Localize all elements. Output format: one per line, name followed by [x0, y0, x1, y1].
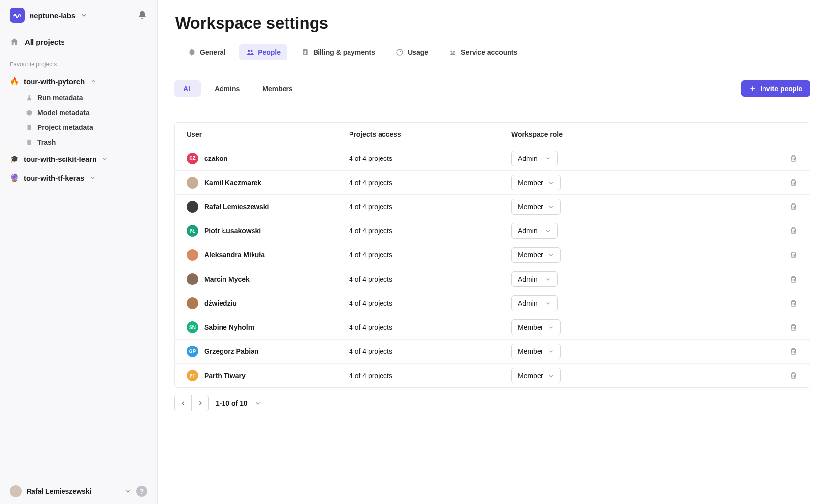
tab-service[interactable]: Service accounts [442, 44, 524, 60]
sidebar-sub-project-metadata[interactable]: Project metadata [0, 120, 157, 135]
sidebar-project-tour-with-pytorch[interactable]: 🔥tour-with-pytorch [0, 72, 157, 91]
role-dropdown[interactable]: Member [511, 344, 561, 359]
sidebar-sub-run-metadata[interactable]: Run metadata [0, 91, 157, 105]
projects-access: 4 of 4 projects [349, 347, 511, 355]
svg-point-7 [450, 51, 452, 53]
help-button[interactable]: ? [136, 486, 147, 497]
table-row: Kamil Kaczmarek4 of 4 projectsMember [175, 170, 810, 194]
remove-user-button[interactable] [789, 347, 798, 356]
footer-avatar [10, 485, 22, 497]
role-dropdown[interactable]: Member [511, 247, 561, 263]
role-filter-pills: AllAdminsMembers [174, 80, 302, 97]
filter-pill-all[interactable]: All [174, 80, 201, 97]
table-row: dźwiedziu4 of 4 projectsAdmin [175, 291, 810, 315]
pager-pagesize-dropdown[interactable] [254, 400, 261, 407]
project-name: tour-with-pytorch [24, 77, 85, 86]
notifications-bell-icon[interactable] [137, 10, 147, 20]
tab-people[interactable]: People [239, 44, 287, 60]
user-avatar [187, 297, 198, 309]
svg-point-3 [251, 50, 253, 52]
sidebar-sub-label: Run metadata [37, 94, 83, 102]
role-dropdown[interactable]: Member [511, 199, 561, 215]
project-emoji: 🔮 [10, 173, 19, 182]
workspace-name: neptune-labs [30, 11, 75, 20]
sidebar-all-projects[interactable]: All projects [0, 31, 157, 53]
invite-people-button[interactable]: Invite people [741, 80, 810, 97]
remove-user-button[interactable] [789, 275, 798, 284]
sidebar-project-tour-with-tf-keras[interactable]: 🔮tour-with-tf-keras [0, 168, 157, 187]
role-dropdown[interactable]: Admin [511, 295, 558, 311]
role-value: Admin [518, 299, 538, 307]
user-avatar [187, 249, 198, 261]
remove-user-button[interactable] [789, 323, 798, 332]
sidebar-sub-trash[interactable]: Trash [0, 135, 157, 150]
plus-icon [749, 85, 756, 92]
remove-user-button[interactable] [789, 226, 798, 235]
project-emoji: 🎓 [10, 155, 19, 163]
tab-usage[interactable]: Usage [389, 44, 435, 60]
role-value: Admin [518, 155, 538, 162]
table-row: Marcin Mycek4 of 4 projectsAdmin [175, 267, 810, 291]
role-value: Member [518, 372, 543, 379]
pager-info: 1-10 of 10 [216, 399, 248, 407]
pager-next-button[interactable] [191, 395, 208, 411]
user-name: Kamil Kaczmarek [204, 179, 261, 187]
sidebar-project-tour-with-scikit-learn[interactable]: 🎓tour-with-scikit-learn [0, 150, 157, 168]
th-access: Projects access [349, 130, 511, 138]
role-dropdown[interactable]: Member [511, 368, 561, 383]
filter-pill-admins[interactable]: Admins [206, 80, 249, 97]
chevron-down-icon[interactable] [125, 488, 131, 495]
sidebar-sub-label: Trash [37, 138, 56, 146]
projects-access: 4 of 4 projects [349, 323, 511, 331]
remove-user-button[interactable] [789, 154, 798, 163]
tab-billing[interactable]: $Billing & payments [294, 44, 382, 60]
projects-access: 4 of 4 projects [349, 155, 511, 162]
remove-user-button[interactable] [789, 251, 798, 259]
user-name: Sabine Nyholm [204, 323, 254, 331]
role-dropdown[interactable]: Admin [511, 223, 558, 239]
user-name: Parth Tiwary [204, 372, 246, 379]
tab-general[interactable]: General [181, 44, 232, 60]
remove-user-button[interactable] [789, 371, 798, 380]
table-row: Rafał Lemieszewski4 of 4 projectsMember [175, 194, 810, 219]
tab-label: Service accounts [461, 48, 517, 56]
remove-user-button[interactable] [789, 178, 798, 187]
chevron-down-icon [548, 180, 554, 186]
chevron-down-icon [545, 228, 551, 234]
pager-prev-button[interactable] [175, 395, 191, 411]
role-value: Member [518, 251, 543, 259]
bot-icon [449, 48, 457, 56]
chevron-down-icon [548, 348, 554, 355]
role-dropdown[interactable]: Admin [511, 151, 558, 166]
svg-point-2 [248, 50, 250, 52]
user-name: dźwiedziu [204, 299, 237, 307]
user-name: Grzegorz Pabian [204, 347, 258, 355]
user-avatar [187, 201, 198, 213]
role-value: Member [518, 179, 543, 187]
doc-icon [26, 124, 32, 131]
tab-label: Usage [408, 48, 428, 56]
filter-pill-members[interactable]: Members [254, 80, 301, 97]
workspace-switcher[interactable]: neptune-labs [10, 8, 87, 23]
chevron-down-icon [548, 252, 554, 258]
role-dropdown[interactable]: Member [511, 175, 561, 190]
table-row: PTParth Tiwary4 of 4 projectsMember [175, 363, 810, 387]
chevron-down-icon [89, 174, 96, 181]
remove-user-button[interactable] [789, 202, 798, 211]
chevron-down-icon [548, 373, 554, 379]
sidebar-sub-label: Project metadata [37, 124, 93, 131]
table-header: User Projects access Workspace role [175, 123, 810, 146]
sidebar: neptune-labs All projects Favourite proj… [0, 0, 158, 504]
user-name: Marcin Mycek [204, 275, 250, 283]
remove-user-button[interactable] [789, 299, 798, 308]
sidebar-sub-model-metadata[interactable]: Model metadata [0, 105, 157, 120]
svg-text:$: $ [304, 50, 307, 55]
role-dropdown[interactable]: Admin [511, 271, 558, 287]
workspace-logo [10, 8, 25, 23]
project-name: tour-with-tf-keras [24, 174, 84, 182]
page-title: Workspace settings [174, 14, 810, 32]
invite-button-label: Invite people [760, 85, 802, 93]
tab-label: Billing & payments [313, 48, 375, 56]
role-dropdown[interactable]: Member [511, 319, 561, 335]
trash-icon [26, 139, 32, 146]
